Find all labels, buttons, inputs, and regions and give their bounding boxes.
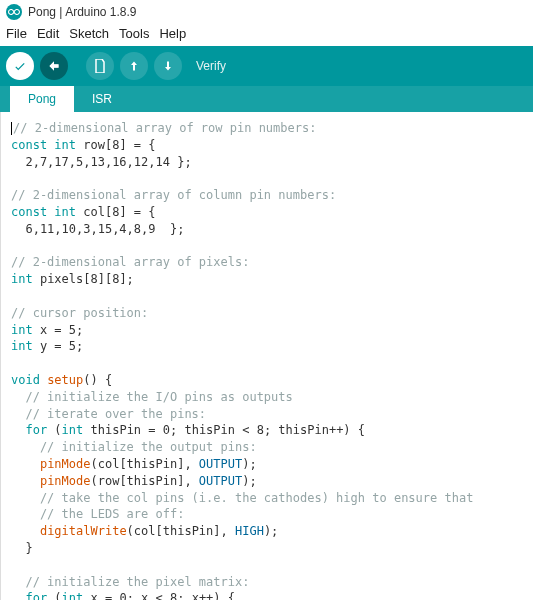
code-token: int — [54, 138, 76, 152]
code-token: thisPin = 0; thisPin < 8; thisPin++) { — [83, 423, 365, 437]
code-token: col[8] = { — [76, 205, 155, 219]
code-token: const — [11, 205, 47, 219]
code-token: x = 0; x < 8; x++) { — [83, 591, 235, 600]
code-token: (col[thisPin], — [127, 524, 235, 538]
menu-sketch[interactable]: Sketch — [69, 26, 109, 41]
tab-pong[interactable]: Pong — [10, 86, 74, 112]
save-button[interactable] — [154, 52, 182, 80]
code-token: int — [11, 272, 33, 286]
code-line: // cursor position: — [11, 306, 148, 320]
code-line: // 2-dimensional array of row pin number… — [13, 121, 316, 135]
upload-button[interactable] — [40, 52, 68, 80]
code-token — [11, 423, 25, 437]
title-bar: Pong | Arduino 1.8.9 — [0, 0, 533, 24]
code-token — [11, 591, 25, 600]
verify-button[interactable] — [6, 52, 34, 80]
new-button[interactable] — [86, 52, 114, 80]
tab-isr[interactable]: ISR — [74, 86, 130, 112]
code-token — [11, 474, 40, 488]
code-token: int — [11, 339, 33, 353]
code-token: int — [54, 205, 76, 219]
code-line: // take the col pins (i.e. the cathodes)… — [11, 491, 473, 505]
code-token: pinMode — [40, 457, 91, 471]
code-line: // 2-dimensional array of pixels: — [11, 255, 249, 269]
code-token: ); — [242, 474, 256, 488]
code-editor[interactable]: // 2-dimensional array of row pin number… — [0, 112, 533, 600]
code-token: int — [62, 591, 84, 600]
code-line: // iterate over the pins: — [11, 407, 206, 421]
code-token: row[8] = { — [76, 138, 155, 152]
code-line: 2,7,17,5,13,16,12,14 }; — [11, 155, 192, 169]
menu-help[interactable]: Help — [159, 26, 186, 41]
toolbar: Verify — [0, 46, 533, 86]
arduino-logo-icon — [6, 4, 22, 20]
code-token: void — [11, 373, 40, 387]
code-token: OUTPUT — [199, 457, 242, 471]
code-line: // initialize the pixel matrix: — [11, 575, 249, 589]
code-token: (row[thisPin], — [90, 474, 198, 488]
toolbar-status-label: Verify — [196, 59, 226, 73]
code-token: OUTPUT — [199, 474, 242, 488]
code-token: int — [62, 423, 84, 437]
code-token: pixels[8][8]; — [33, 272, 134, 286]
code-line: 6,11,10,3,15,4,8,9 }; — [11, 222, 184, 236]
window-title: Pong | Arduino 1.8.9 — [28, 5, 137, 19]
tab-bar: Pong ISR — [0, 86, 533, 112]
code-token: int — [11, 323, 33, 337]
menu-file[interactable]: File — [6, 26, 27, 41]
code-line: // initialize the output pins: — [11, 440, 257, 454]
open-button[interactable] — [120, 52, 148, 80]
code-token: for — [25, 591, 47, 600]
menu-bar: File Edit Sketch Tools Help — [0, 24, 533, 46]
code-token: setup — [47, 373, 83, 387]
code-token: pinMode — [40, 474, 91, 488]
menu-edit[interactable]: Edit — [37, 26, 59, 41]
code-token: () { — [83, 373, 112, 387]
menu-tools[interactable]: Tools — [119, 26, 149, 41]
code-token: HIGH — [235, 524, 264, 538]
code-line: // the LEDS are off: — [11, 507, 184, 521]
text-cursor — [11, 122, 12, 135]
code-token — [11, 457, 40, 471]
code-token: ); — [264, 524, 278, 538]
code-token: ( — [47, 591, 61, 600]
code-token: ); — [242, 457, 256, 471]
code-token: for — [25, 423, 47, 437]
code-line: // 2-dimensional array of column pin num… — [11, 188, 336, 202]
code-line: // initialize the I/O pins as outputs — [11, 390, 293, 404]
code-token — [11, 524, 40, 538]
code-token: x = 5; — [33, 323, 84, 337]
code-line: } — [11, 541, 33, 555]
code-token: (col[thisPin], — [90, 457, 198, 471]
code-token: y = 5; — [33, 339, 84, 353]
code-token: const — [11, 138, 47, 152]
code-token: digitalWrite — [40, 524, 127, 538]
code-token: ( — [47, 423, 61, 437]
